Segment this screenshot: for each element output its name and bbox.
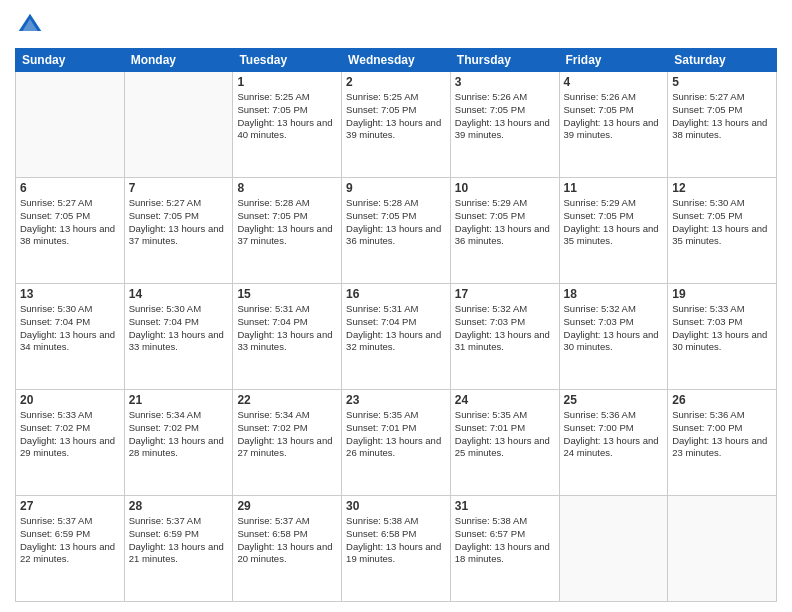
calendar-cell: 20Sunrise: 5:33 AMSunset: 7:02 PMDayligh… bbox=[16, 390, 125, 496]
calendar-cell: 12Sunrise: 5:30 AMSunset: 7:05 PMDayligh… bbox=[668, 178, 777, 284]
calendar-header-sunday: Sunday bbox=[16, 49, 125, 72]
day-info: Sunrise: 5:28 AMSunset: 7:05 PMDaylight:… bbox=[237, 197, 337, 248]
day-number: 1 bbox=[237, 75, 337, 89]
day-number: 20 bbox=[20, 393, 120, 407]
calendar: SundayMondayTuesdayWednesdayThursdayFrid… bbox=[15, 48, 777, 602]
calendar-cell: 3Sunrise: 5:26 AMSunset: 7:05 PMDaylight… bbox=[450, 72, 559, 178]
day-number: 4 bbox=[564, 75, 664, 89]
day-info: Sunrise: 5:31 AMSunset: 7:04 PMDaylight:… bbox=[237, 303, 337, 354]
calendar-cell: 5Sunrise: 5:27 AMSunset: 7:05 PMDaylight… bbox=[668, 72, 777, 178]
calendar-cell: 29Sunrise: 5:37 AMSunset: 6:58 PMDayligh… bbox=[233, 496, 342, 602]
day-number: 6 bbox=[20, 181, 120, 195]
calendar-header-row: SundayMondayTuesdayWednesdayThursdayFrid… bbox=[16, 49, 777, 72]
calendar-cell: 24Sunrise: 5:35 AMSunset: 7:01 PMDayligh… bbox=[450, 390, 559, 496]
day-info: Sunrise: 5:30 AMSunset: 7:05 PMDaylight:… bbox=[672, 197, 772, 248]
day-number: 9 bbox=[346, 181, 446, 195]
calendar-cell: 6Sunrise: 5:27 AMSunset: 7:05 PMDaylight… bbox=[16, 178, 125, 284]
day-info: Sunrise: 5:29 AMSunset: 7:05 PMDaylight:… bbox=[564, 197, 664, 248]
calendar-cell: 9Sunrise: 5:28 AMSunset: 7:05 PMDaylight… bbox=[342, 178, 451, 284]
day-number: 19 bbox=[672, 287, 772, 301]
day-number: 27 bbox=[20, 499, 120, 513]
day-number: 7 bbox=[129, 181, 229, 195]
day-number: 22 bbox=[237, 393, 337, 407]
day-number: 30 bbox=[346, 499, 446, 513]
day-number: 11 bbox=[564, 181, 664, 195]
day-number: 5 bbox=[672, 75, 772, 89]
day-info: Sunrise: 5:35 AMSunset: 7:01 PMDaylight:… bbox=[455, 409, 555, 460]
day-info: Sunrise: 5:38 AMSunset: 6:57 PMDaylight:… bbox=[455, 515, 555, 566]
calendar-cell: 14Sunrise: 5:30 AMSunset: 7:04 PMDayligh… bbox=[124, 284, 233, 390]
day-number: 14 bbox=[129, 287, 229, 301]
day-info: Sunrise: 5:31 AMSunset: 7:04 PMDaylight:… bbox=[346, 303, 446, 354]
calendar-header-saturday: Saturday bbox=[668, 49, 777, 72]
day-number: 26 bbox=[672, 393, 772, 407]
calendar-header-monday: Monday bbox=[124, 49, 233, 72]
day-number: 24 bbox=[455, 393, 555, 407]
day-info: Sunrise: 5:26 AMSunset: 7:05 PMDaylight:… bbox=[564, 91, 664, 142]
day-info: Sunrise: 5:27 AMSunset: 7:05 PMDaylight:… bbox=[129, 197, 229, 248]
day-number: 23 bbox=[346, 393, 446, 407]
calendar-cell: 27Sunrise: 5:37 AMSunset: 6:59 PMDayligh… bbox=[16, 496, 125, 602]
calendar-cell: 7Sunrise: 5:27 AMSunset: 7:05 PMDaylight… bbox=[124, 178, 233, 284]
calendar-cell: 8Sunrise: 5:28 AMSunset: 7:05 PMDaylight… bbox=[233, 178, 342, 284]
day-number: 15 bbox=[237, 287, 337, 301]
day-info: Sunrise: 5:37 AMSunset: 6:59 PMDaylight:… bbox=[129, 515, 229, 566]
day-number: 17 bbox=[455, 287, 555, 301]
day-info: Sunrise: 5:37 AMSunset: 6:59 PMDaylight:… bbox=[20, 515, 120, 566]
calendar-cell: 11Sunrise: 5:29 AMSunset: 7:05 PMDayligh… bbox=[559, 178, 668, 284]
header bbox=[15, 10, 777, 40]
calendar-header-friday: Friday bbox=[559, 49, 668, 72]
day-number: 29 bbox=[237, 499, 337, 513]
calendar-week-2: 6Sunrise: 5:27 AMSunset: 7:05 PMDaylight… bbox=[16, 178, 777, 284]
day-info: Sunrise: 5:36 AMSunset: 7:00 PMDaylight:… bbox=[564, 409, 664, 460]
day-info: Sunrise: 5:27 AMSunset: 7:05 PMDaylight:… bbox=[20, 197, 120, 248]
calendar-header-tuesday: Tuesday bbox=[233, 49, 342, 72]
day-info: Sunrise: 5:25 AMSunset: 7:05 PMDaylight:… bbox=[346, 91, 446, 142]
calendar-cell: 22Sunrise: 5:34 AMSunset: 7:02 PMDayligh… bbox=[233, 390, 342, 496]
day-info: Sunrise: 5:37 AMSunset: 6:58 PMDaylight:… bbox=[237, 515, 337, 566]
day-info: Sunrise: 5:26 AMSunset: 7:05 PMDaylight:… bbox=[455, 91, 555, 142]
calendar-cell: 2Sunrise: 5:25 AMSunset: 7:05 PMDaylight… bbox=[342, 72, 451, 178]
day-number: 10 bbox=[455, 181, 555, 195]
calendar-cell: 21Sunrise: 5:34 AMSunset: 7:02 PMDayligh… bbox=[124, 390, 233, 496]
day-number: 28 bbox=[129, 499, 229, 513]
calendar-cell: 28Sunrise: 5:37 AMSunset: 6:59 PMDayligh… bbox=[124, 496, 233, 602]
calendar-cell: 18Sunrise: 5:32 AMSunset: 7:03 PMDayligh… bbox=[559, 284, 668, 390]
calendar-cell: 16Sunrise: 5:31 AMSunset: 7:04 PMDayligh… bbox=[342, 284, 451, 390]
day-number: 21 bbox=[129, 393, 229, 407]
day-number: 16 bbox=[346, 287, 446, 301]
calendar-cell: 23Sunrise: 5:35 AMSunset: 7:01 PMDayligh… bbox=[342, 390, 451, 496]
calendar-week-3: 13Sunrise: 5:30 AMSunset: 7:04 PMDayligh… bbox=[16, 284, 777, 390]
calendar-week-5: 27Sunrise: 5:37 AMSunset: 6:59 PMDayligh… bbox=[16, 496, 777, 602]
day-info: Sunrise: 5:33 AMSunset: 7:02 PMDaylight:… bbox=[20, 409, 120, 460]
day-number: 12 bbox=[672, 181, 772, 195]
calendar-cell bbox=[668, 496, 777, 602]
day-info: Sunrise: 5:38 AMSunset: 6:58 PMDaylight:… bbox=[346, 515, 446, 566]
day-info: Sunrise: 5:27 AMSunset: 7:05 PMDaylight:… bbox=[672, 91, 772, 142]
logo bbox=[15, 10, 49, 40]
calendar-header-wednesday: Wednesday bbox=[342, 49, 451, 72]
calendar-cell: 4Sunrise: 5:26 AMSunset: 7:05 PMDaylight… bbox=[559, 72, 668, 178]
calendar-cell: 10Sunrise: 5:29 AMSunset: 7:05 PMDayligh… bbox=[450, 178, 559, 284]
day-info: Sunrise: 5:36 AMSunset: 7:00 PMDaylight:… bbox=[672, 409, 772, 460]
calendar-cell: 19Sunrise: 5:33 AMSunset: 7:03 PMDayligh… bbox=[668, 284, 777, 390]
day-info: Sunrise: 5:25 AMSunset: 7:05 PMDaylight:… bbox=[237, 91, 337, 142]
day-number: 18 bbox=[564, 287, 664, 301]
calendar-cell: 1Sunrise: 5:25 AMSunset: 7:05 PMDaylight… bbox=[233, 72, 342, 178]
calendar-cell bbox=[124, 72, 233, 178]
calendar-cell: 15Sunrise: 5:31 AMSunset: 7:04 PMDayligh… bbox=[233, 284, 342, 390]
calendar-week-1: 1Sunrise: 5:25 AMSunset: 7:05 PMDaylight… bbox=[16, 72, 777, 178]
day-info: Sunrise: 5:30 AMSunset: 7:04 PMDaylight:… bbox=[20, 303, 120, 354]
day-info: Sunrise: 5:30 AMSunset: 7:04 PMDaylight:… bbox=[129, 303, 229, 354]
day-info: Sunrise: 5:29 AMSunset: 7:05 PMDaylight:… bbox=[455, 197, 555, 248]
day-number: 25 bbox=[564, 393, 664, 407]
day-info: Sunrise: 5:35 AMSunset: 7:01 PMDaylight:… bbox=[346, 409, 446, 460]
calendar-week-4: 20Sunrise: 5:33 AMSunset: 7:02 PMDayligh… bbox=[16, 390, 777, 496]
calendar-cell: 25Sunrise: 5:36 AMSunset: 7:00 PMDayligh… bbox=[559, 390, 668, 496]
day-info: Sunrise: 5:34 AMSunset: 7:02 PMDaylight:… bbox=[129, 409, 229, 460]
calendar-cell: 30Sunrise: 5:38 AMSunset: 6:58 PMDayligh… bbox=[342, 496, 451, 602]
day-number: 3 bbox=[455, 75, 555, 89]
day-info: Sunrise: 5:28 AMSunset: 7:05 PMDaylight:… bbox=[346, 197, 446, 248]
calendar-cell bbox=[16, 72, 125, 178]
calendar-cell: 13Sunrise: 5:30 AMSunset: 7:04 PMDayligh… bbox=[16, 284, 125, 390]
